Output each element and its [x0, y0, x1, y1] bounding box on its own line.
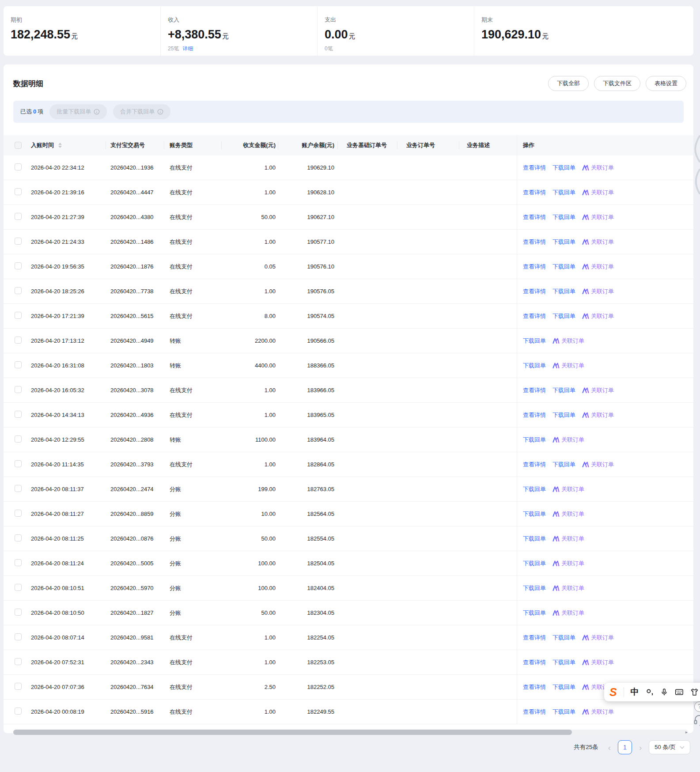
row-checkbox[interactable]: [15, 312, 22, 319]
related-order-link[interactable]: 关联订单: [552, 510, 584, 518]
download-receipt-link[interactable]: 下载回单: [552, 312, 575, 320]
related-order-link[interactable]: 关联订单: [552, 337, 584, 345]
download-receipt-link[interactable]: 下载回单: [523, 362, 546, 370]
select-all-checkbox[interactable]: [15, 142, 22, 149]
row-checkbox[interactable]: [15, 683, 22, 690]
prev-page-button[interactable]: ‹: [607, 743, 612, 752]
row-checkbox[interactable]: [15, 708, 22, 715]
view-detail-link[interactable]: 查看详情: [523, 288, 546, 295]
related-order-link[interactable]: 关联订单: [552, 584, 584, 592]
download-receipt-link[interactable]: 下载回单: [523, 485, 546, 493]
row-checkbox[interactable]: [15, 262, 22, 269]
related-order-link[interactable]: 关联订单: [552, 560, 584, 568]
related-order-link[interactable]: 关联订单: [552, 436, 584, 444]
income-detail-link[interactable]: 详细: [182, 45, 193, 52]
download-receipt-link[interactable]: 下载回单: [552, 164, 575, 172]
view-detail-link[interactable]: 查看详情: [523, 238, 546, 246]
download-receipt-link[interactable]: 下载回单: [523, 337, 546, 345]
row-checkbox[interactable]: [15, 188, 22, 195]
view-detail-link[interactable]: 查看详情: [523, 386, 546, 394]
chinese-mode-icon[interactable]: 中: [631, 686, 639, 698]
related-order-link[interactable]: 关联订单: [552, 362, 584, 370]
download-receipt-link[interactable]: 下载回单: [552, 189, 575, 197]
microphone-icon[interactable]: [660, 688, 668, 697]
scrollbar-right-arrow[interactable]: ▸: [685, 730, 688, 735]
view-detail-link[interactable]: 查看详情: [523, 189, 546, 197]
related-order-link[interactable]: 关联订单: [582, 461, 614, 469]
row-checkbox[interactable]: [15, 510, 22, 517]
view-detail-link[interactable]: 查看详情: [523, 213, 546, 221]
view-detail-link[interactable]: 查看详情: [523, 411, 546, 419]
table-settings-button[interactable]: 表格设置: [646, 76, 686, 91]
download-receipt-link[interactable]: 下载回单: [523, 560, 546, 568]
row-checkbox[interactable]: [15, 361, 22, 368]
related-order-link[interactable]: 关联订单: [582, 288, 614, 295]
tone-icon[interactable]: [646, 688, 654, 697]
help-float-button[interactable]: ?: [694, 701, 700, 712]
download-receipt-link[interactable]: 下载回单: [523, 535, 546, 543]
view-detail-link[interactable]: 查看详情: [523, 312, 546, 320]
view-detail-link[interactable]: 查看详情: [523, 263, 546, 271]
download-receipt-link[interactable]: 下载回单: [552, 708, 575, 716]
view-detail-link[interactable]: 查看详情: [523, 683, 546, 691]
download-receipt-link[interactable]: 下载回单: [523, 436, 546, 444]
related-order-link[interactable]: 关联订单: [582, 312, 614, 320]
headset-float-icon[interactable]: [693, 714, 700, 726]
row-checkbox[interactable]: [15, 337, 22, 344]
download-receipt-link[interactable]: 下载回单: [552, 683, 575, 691]
page-number-button[interactable]: 1: [618, 740, 632, 754]
keyboard-icon[interactable]: [675, 688, 684, 696]
page-size-select[interactable]: 50 条/页: [649, 740, 690, 754]
related-order-link[interactable]: 关联订单: [582, 189, 614, 197]
row-checkbox[interactable]: [15, 658, 22, 665]
related-order-link[interactable]: 关联订单: [552, 535, 584, 543]
row-checkbox[interactable]: [15, 559, 22, 566]
row-checkbox[interactable]: [15, 238, 22, 245]
download-file-zone-button[interactable]: 下载文件区: [594, 76, 640, 91]
row-checkbox[interactable]: [15, 534, 22, 541]
batch-download-receipt-button[interactable]: 批量下载回单: [49, 104, 107, 119]
view-detail-link[interactable]: 查看详情: [523, 708, 546, 716]
row-checkbox[interactable]: [15, 584, 22, 591]
download-receipt-link[interactable]: 下载回单: [552, 238, 575, 246]
download-all-button[interactable]: 下载全部: [548, 76, 589, 91]
row-checkbox[interactable]: [15, 163, 22, 170]
row-checkbox[interactable]: [15, 411, 22, 418]
related-order-link[interactable]: 关联订单: [552, 485, 584, 493]
download-receipt-link[interactable]: 下载回单: [523, 584, 546, 592]
download-receipt-link[interactable]: 下载回单: [552, 263, 575, 271]
download-receipt-link[interactable]: 下载回单: [523, 609, 546, 617]
download-receipt-link[interactable]: 下载回单: [552, 411, 575, 419]
view-detail-link[interactable]: 查看详情: [523, 164, 546, 172]
download-receipt-link[interactable]: 下载回单: [552, 634, 575, 642]
related-order-link[interactable]: 关联订单: [582, 411, 614, 419]
related-order-link[interactable]: 关联订单: [582, 238, 614, 246]
download-receipt-link[interactable]: 下载回单: [552, 213, 575, 221]
row-checkbox[interactable]: [15, 460, 22, 467]
row-checkbox[interactable]: [15, 609, 22, 616]
next-page-button[interactable]: ›: [638, 743, 643, 752]
view-detail-link[interactable]: 查看详情: [523, 634, 546, 642]
row-checkbox[interactable]: [15, 435, 22, 443]
scrollbar-thumb[interactable]: [13, 730, 572, 735]
row-checkbox[interactable]: [15, 633, 22, 640]
sort-icon[interactable]: [58, 143, 62, 148]
download-receipt-link[interactable]: 下载回单: [552, 658, 575, 666]
horizontal-scrollbar[interactable]: ▸: [13, 730, 688, 735]
related-order-link[interactable]: 关联订单: [552, 609, 584, 617]
download-receipt-link[interactable]: 下载回单: [552, 288, 575, 295]
row-checkbox[interactable]: [15, 287, 22, 294]
download-receipt-link[interactable]: 下载回单: [552, 386, 575, 394]
related-order-link[interactable]: 关联订单: [582, 213, 614, 221]
related-order-link[interactable]: 关联订单: [582, 386, 614, 394]
row-checkbox[interactable]: [15, 213, 22, 220]
related-order-link[interactable]: 关联订单: [582, 263, 614, 271]
row-checkbox[interactable]: [15, 386, 22, 393]
skin-tshirt-icon[interactable]: [690, 688, 699, 696]
related-order-link[interactable]: 关联订单: [582, 634, 614, 642]
sogou-logo-icon[interactable]: S: [609, 687, 617, 698]
related-order-link[interactable]: 关联订单: [582, 708, 614, 716]
view-detail-link[interactable]: 查看详情: [523, 461, 546, 469]
related-order-link[interactable]: 关联订单: [582, 658, 614, 666]
related-order-link[interactable]: 关联订单: [582, 164, 614, 172]
